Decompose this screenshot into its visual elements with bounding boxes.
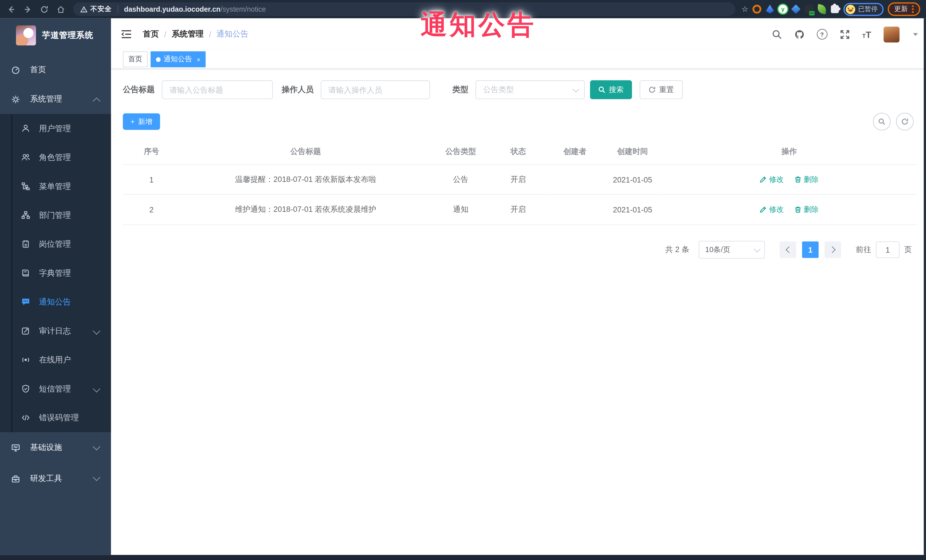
cell-no: 1	[123, 165, 180, 195]
blue-drop-extension-icon[interactable]	[766, 5, 774, 14]
sidebar-item-error-codes[interactable]: 错误码管理	[0, 403, 111, 432]
user-avatar[interactable]	[884, 26, 899, 42]
search-button[interactable]: 搜索	[590, 80, 632, 99]
leaf-extension-icon[interactable]	[817, 4, 827, 14]
sidebar-item-home[interactable]: 首页	[0, 55, 111, 85]
security-label[interactable]: 不安全	[91, 5, 112, 14]
sidebar-item-label: 菜单管理	[39, 181, 71, 192]
sidebar: 芋道管理系统 首页 系统管理 用户管理	[0, 18, 111, 555]
tab-home[interactable]: 首页	[123, 51, 148, 67]
breadcrumb-system[interactable]: 系统管理	[172, 29, 204, 39]
notice-title-input[interactable]	[162, 80, 273, 99]
operator-label: 操作人员	[282, 85, 314, 95]
sidebar-item-label: 岗位管理	[39, 238, 71, 249]
edit-link[interactable]: 修改	[760, 204, 784, 214]
delete-link[interactable]: 删除	[794, 204, 819, 214]
reload-icon[interactable]	[36, 2, 52, 16]
sidebar-item-menus[interactable]: 菜单管理	[0, 172, 111, 201]
sidebar-item-label: 系统管理	[30, 94, 62, 104]
edit-link[interactable]: 修改	[760, 175, 784, 184]
url-host[interactable]: dashboard.yudao.iocoder.cn	[124, 5, 221, 14]
tab-close-icon[interactable]: ×	[197, 56, 200, 63]
operator-input[interactable]	[321, 80, 430, 99]
prev-page-button[interactable]	[780, 242, 796, 258]
cell-type: 公告	[431, 165, 490, 195]
search-icon[interactable]	[772, 29, 782, 39]
sidebar-item-label: 通知公告	[39, 297, 71, 307]
sidebar-item-posts[interactable]: 岗位管理	[0, 229, 111, 258]
browser-update-button[interactable]: 更新	[888, 2, 920, 16]
avatar-caret-icon[interactable]	[913, 33, 918, 36]
goto-page-input[interactable]	[876, 242, 899, 258]
sidebar-item-dict[interactable]: 字典管理	[0, 259, 111, 287]
page-unit-label: 页	[904, 245, 912, 255]
font-size-icon[interactable]: TT	[862, 30, 871, 39]
tab-notice[interactable]: 通知公告 ×	[151, 51, 206, 67]
chevron-right-icon	[828, 246, 835, 253]
bookmark-star-icon[interactable]: ☆	[741, 5, 748, 13]
kebab-menu-icon[interactable]	[912, 5, 914, 13]
users-icon	[21, 153, 30, 162]
org-tree-icon	[21, 211, 30, 220]
sidebar-item-system[interactable]: 系统管理	[0, 85, 111, 114]
tab-label: 通知公告	[164, 54, 192, 64]
sidebar-item-notice[interactable]: 通知公告	[0, 287, 111, 316]
sidebar-item-label: 审计日志	[39, 326, 71, 336]
delete-link[interactable]: 删除	[794, 175, 819, 184]
select-placeholder: 公告类型	[483, 85, 514, 95]
next-page-button[interactable]	[825, 242, 841, 258]
sidebar-item-depts[interactable]: 部门管理	[0, 201, 111, 229]
page-size-select[interactable]: 10条/页	[699, 241, 765, 259]
table-row[interactable]: 1 温馨提醒：2018-07-01 若依新版本发布啦 公告 开启 2021-01…	[123, 165, 917, 195]
emoji-avatar-icon	[846, 5, 855, 14]
menu-tree-icon	[21, 182, 30, 191]
toggle-search-button[interactable]	[873, 113, 891, 130]
col-title: 公告标题	[180, 139, 431, 165]
address-bar[interactable]: 不安全 dashboard.yudao.iocoder.cn/system/no…	[73, 2, 736, 16]
warning-icon	[80, 6, 88, 13]
system-submenu: 用户管理 角色管理 菜单管理 部门管理	[0, 114, 111, 432]
back-icon[interactable]	[3, 2, 19, 16]
forward-icon[interactable]	[20, 2, 35, 16]
trash-icon	[794, 206, 802, 213]
shield-check-icon	[21, 384, 30, 393]
breadcrumb-separator: /	[164, 30, 166, 39]
extensions-puzzle-icon[interactable]	[831, 5, 839, 13]
sidebar-item-label: 字典管理	[39, 268, 71, 278]
github-icon[interactable]	[794, 29, 804, 39]
breadcrumb-home[interactable]: 首页	[143, 29, 159, 39]
sidebar-item-audit-log[interactable]: 审计日志	[0, 317, 111, 345]
browser-profile-chip[interactable]: 已暂停	[844, 3, 884, 16]
add-button[interactable]: + 新增	[123, 113, 160, 130]
bottom-edge-bar	[0, 555, 926, 560]
fullscreen-icon[interactable]	[840, 29, 850, 39]
tab-label: 首页	[128, 54, 142, 64]
sidebar-item-sms[interactable]: 短信管理	[0, 374, 111, 403]
refresh-table-button[interactable]	[896, 113, 914, 130]
on-badge-extension-icon[interactable]	[805, 5, 813, 14]
collapse-sidebar-icon[interactable]	[121, 30, 132, 39]
sidebar-item-online-users[interactable]: 在线用户	[0, 345, 111, 374]
overlay-annotation-text: 通知公告	[421, 7, 536, 42]
help-icon[interactable]: ?	[817, 29, 827, 39]
sidebar-item-users[interactable]: 用户管理	[0, 114, 111, 143]
blue-diamond-extension-icon[interactable]	[791, 5, 800, 14]
page-number-1[interactable]: 1	[802, 242, 819, 258]
delete-label: 删除	[804, 204, 819, 214]
orange-extension-icon[interactable]	[752, 5, 761, 14]
sidebar-logo[interactable]: 芋道管理系统	[0, 18, 111, 51]
table-row[interactable]: 2 维护通知：2018-07-01 若依系统凌晨维护 通知 开启 2021-01…	[123, 195, 917, 225]
home-icon[interactable]	[53, 2, 68, 16]
sidebar-item-infra[interactable]: 基础设施	[0, 432, 111, 463]
sidebar-item-roles[interactable]: 角色管理	[0, 143, 111, 172]
cell-type: 通知	[431, 195, 490, 225]
reset-button[interactable]: 重置	[640, 80, 682, 99]
pagination: 共 2 条 10条/页 1 前往 页	[123, 241, 917, 259]
browser-scrollbar[interactable]	[924, 18, 926, 555]
notice-type-select[interactable]: 公告类型	[475, 80, 585, 99]
edit-pen-icon	[760, 176, 767, 183]
sidebar-item-devtools[interactable]: 研发工具	[0, 463, 111, 495]
badge-icon	[21, 240, 30, 249]
green-y-extension-icon[interactable]	[779, 5, 787, 14]
url-path[interactable]: /system/notice	[221, 5, 266, 14]
